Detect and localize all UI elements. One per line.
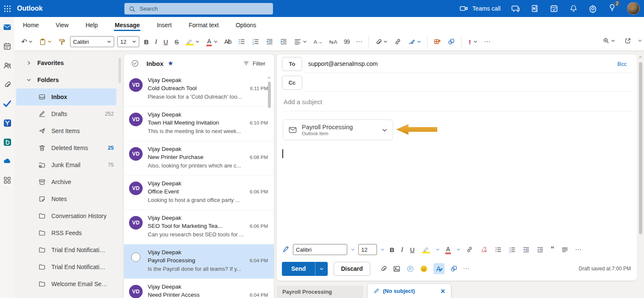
numbered-list-button[interactable]: 123 (507, 245, 517, 255)
avatar[interactable]: VD (129, 113, 143, 126)
rail-more-apps-icon[interactable] (3, 176, 12, 185)
chevron-down-icon[interactable] (382, 127, 388, 133)
rail-calendar-icon[interactable] (3, 42, 12, 51)
font-name-select[interactable]: Calibri (70, 36, 114, 47)
folder-drafts[interactable]: Drafts 252 (14, 105, 121, 122)
chevron-down-icon[interactable] (351, 247, 355, 252)
mail-item[interactable]: VD Vijay Deepak Town Hall Meeting Invita… (124, 107, 274, 141)
folder-trial-end-notifications[interactable]: Trial End Notifications (14, 241, 121, 258)
compose-font-name-select[interactable]: Calibri (293, 244, 347, 255)
folders-section[interactable]: Folders (14, 71, 121, 88)
rail-attachments-icon[interactable] (3, 80, 12, 89)
italic-button[interactable]: I (153, 37, 159, 47)
folder-sent-items[interactable]: Sent Items (14, 122, 121, 139)
rail-onedrive-icon[interactable] (3, 156, 12, 166)
tab-options[interactable]: Options (235, 19, 257, 31)
bold-button[interactable]: B (142, 37, 150, 47)
to-button[interactable]: To (282, 57, 302, 71)
numbered-list-button[interactable]: 123 (250, 37, 261, 47)
search-input[interactable] (139, 5, 258, 12)
rail-todo-icon[interactable] (3, 99, 12, 108)
paste-button[interactable] (37, 37, 53, 47)
tab-view[interactable]: View (55, 19, 69, 31)
insert-image-icon[interactable] (393, 265, 401, 273)
underline-button[interactable]: U (162, 37, 170, 47)
mail-item[interactable]: VD Vijay Deepak SEO Tool for Marketing T… (124, 210, 274, 244)
profile-avatar[interactable] (627, 2, 640, 15)
draw-text-pen-icon[interactable] (433, 263, 444, 274)
discard-button[interactable]: Discard (334, 262, 370, 276)
send-button[interactable]: Send (282, 262, 315, 276)
send-options-chevron[interactable] (315, 262, 328, 276)
folder-rss-feeds[interactable]: RSS Feeds (14, 224, 121, 241)
rail-people-icon[interactable] (3, 61, 12, 70)
selection-radio[interactable] (131, 253, 141, 262)
scroll-chevron-icon[interactable] (638, 38, 642, 43)
increase-indent-button[interactable] (278, 37, 289, 47)
more-options-button[interactable]: ⋯ (482, 37, 492, 47)
decrease-indent-button[interactable] (264, 37, 275, 47)
folder-notes[interactable]: Notes (14, 190, 121, 207)
favorites-section[interactable]: Favorites (14, 54, 121, 71)
italic-button[interactable]: I (399, 245, 405, 255)
teams-call-icon[interactable] (459, 4, 469, 13)
decrease-indent-button[interactable] (521, 245, 532, 255)
open-in-new-window-button[interactable] (623, 36, 633, 45)
select-all-icon[interactable] (131, 59, 139, 68)
mail-item[interactable]: VD Vijay Deepak New Printer Purchase6:08… (124, 141, 274, 176)
signature-button[interactable] (406, 37, 423, 47)
loop-component-button[interactable] (446, 37, 457, 47)
rail-bookings-icon[interactable] (3, 137, 12, 147)
font-color-button[interactable]: A (443, 244, 453, 255)
message-body[interactable] (282, 147, 630, 238)
tab-home[interactable]: Home (22, 19, 39, 31)
left-to-right-button[interactable]: A→ (312, 37, 324, 46)
font-color-button[interactable]: A (204, 36, 219, 48)
subject-input[interactable] (283, 98, 592, 106)
zoom-button[interactable] (601, 36, 617, 45)
strikethrough-button[interactable]: S (173, 37, 180, 47)
tab-message[interactable]: Message (114, 19, 141, 31)
rail-mail-icon[interactable] (3, 23, 12, 32)
search-bar[interactable] (124, 3, 273, 14)
avatar[interactable]: VD (129, 147, 143, 161)
settings-gear-icon[interactable] (588, 4, 597, 13)
avatar[interactable]: VD (129, 78, 143, 92)
underline-button[interactable]: U (408, 245, 416, 255)
rail-viva-engage-icon[interactable] (3, 118, 12, 128)
folder-conversation-history[interactable]: Conversation History (14, 207, 121, 224)
align-button[interactable] (560, 245, 570, 255)
undo-button[interactable]: ↶ (20, 36, 34, 48)
bullet-list-button[interactable] (493, 245, 503, 255)
blockquote-button[interactable]: ” (549, 244, 556, 255)
bcc-button[interactable]: Bcc (617, 61, 627, 67)
draft-tab-active[interactable]: (No subject) ✕ (368, 284, 451, 298)
highlight-button[interactable] (420, 244, 432, 255)
format-painter-icon[interactable] (282, 246, 290, 253)
highlight-button[interactable] (183, 37, 201, 47)
importance-button[interactable]: ! (466, 37, 479, 47)
blockquote-button[interactable]: 99 (342, 37, 352, 46)
avatar[interactable]: VD (129, 285, 143, 298)
folder-deleted-items[interactable]: Deleted Items 25 (14, 139, 121, 156)
folder-junk-email[interactable]: Junk Email 75 (14, 156, 121, 173)
more-formatting-button[interactable]: ⋯ (354, 37, 364, 47)
compose-font-size-select[interactable]: 12 (358, 244, 377, 255)
mail-item-selected[interactable]: Vijay Deepak Payroll Processing6:04 PM I… (124, 244, 274, 279)
folder-pane-scrollbar[interactable] (118, 58, 121, 83)
clear-formatting-button[interactable]: A̸b (222, 37, 233, 46)
folder-trial-end-notification-2[interactable]: Trial End Notification... (14, 258, 121, 275)
folder-inbox[interactable]: Inbox (16, 88, 116, 105)
scrollbar-thumb[interactable] (639, 62, 642, 234)
filter-button[interactable]: Filter (243, 60, 265, 67)
scroll-up-icon[interactable] (638, 55, 642, 59)
insert-table-button[interactable] (432, 37, 443, 47)
chevron-down-icon[interactable] (380, 247, 385, 252)
reading-pane-tab[interactable]: Payroll Processing (277, 286, 363, 298)
attached-outlook-item[interactable]: Payroll Processing Outlook Item (283, 119, 393, 140)
app-launcher-icon[interactable] (0, 0, 14, 17)
folder-welcome-email-seq[interactable]: Welcome Email Seq... (14, 275, 121, 292)
chat-icon[interactable] (511, 4, 520, 13)
teams-call-label[interactable]: Teams call (472, 5, 501, 12)
attach-file-icon[interactable] (380, 265, 387, 272)
